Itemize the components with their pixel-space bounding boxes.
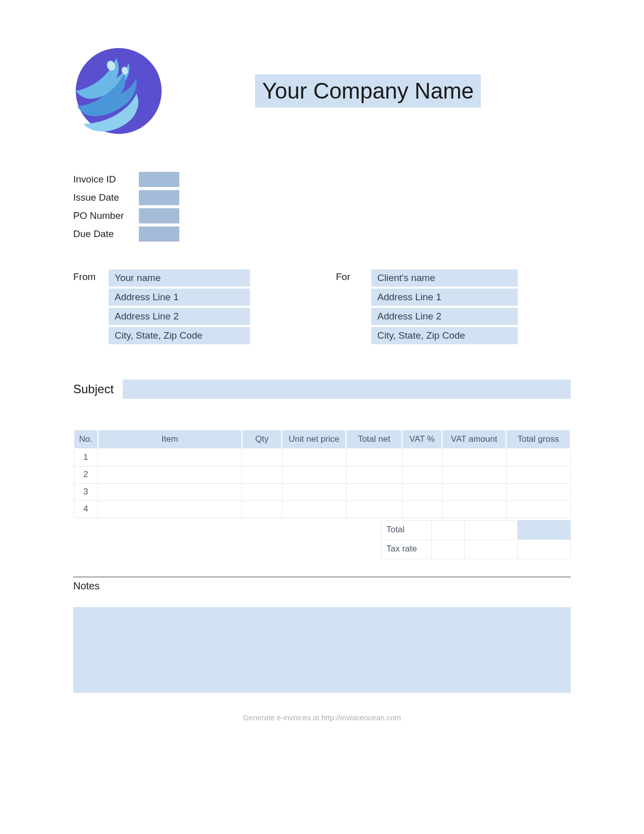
issue-date-label: Issue Date	[73, 190, 139, 205]
cell-qty[interactable]	[242, 483, 282, 500]
cell-total-gross[interactable]	[506, 449, 570, 466]
th-vat-pct: VAT %	[402, 430, 442, 449]
tax-rate-gross[interactable]	[518, 539, 571, 559]
due-date-value[interactable]	[139, 226, 179, 242]
notes-label: Notes	[73, 580, 571, 592]
cell-qty[interactable]	[242, 466, 282, 483]
from-address2[interactable]: Address Line 2	[109, 308, 250, 325]
tax-rate-label: Tax rate	[381, 539, 432, 559]
total-vat-pct[interactable]	[432, 520, 465, 539]
cell-vat-amount[interactable]	[442, 449, 506, 466]
th-total-net: Total net	[346, 430, 402, 449]
cell-total-net[interactable]	[346, 500, 402, 518]
cell-qty[interactable]	[242, 500, 282, 518]
from-name[interactable]: Your name	[109, 269, 250, 287]
subject-field[interactable]	[123, 380, 571, 399]
from-address1[interactable]: Address Line 1	[109, 289, 250, 306]
for-address1[interactable]: Address Line 1	[371, 289, 518, 306]
th-unit-net-price: Unit net price	[282, 430, 346, 449]
cell-no: 1	[74, 449, 98, 466]
table-row: 3	[74, 483, 570, 500]
po-number-label: PO Number	[73, 208, 139, 223]
cell-no: 2	[74, 466, 98, 483]
cell-no: 4	[74, 500, 98, 518]
cell-item[interactable]	[98, 483, 242, 500]
subject-label: Subject	[73, 382, 114, 396]
footer-text: Generate e-invoices at http://invoiceoce…	[73, 713, 571, 722]
total-vat-amount[interactable]	[465, 520, 518, 539]
cell-item[interactable]	[98, 466, 242, 483]
cell-total-net[interactable]	[346, 466, 402, 483]
cell-unit-net-price[interactable]	[282, 483, 346, 500]
cell-unit-net-price[interactable]	[282, 466, 346, 483]
line-items-table: No. Item Qty Unit net price Total net VA…	[73, 429, 571, 518]
th-qty: Qty	[242, 430, 282, 449]
cell-total-gross[interactable]	[506, 483, 570, 500]
total-gross[interactable]	[518, 520, 571, 539]
table-row: 2	[74, 466, 570, 483]
cell-total-net[interactable]	[346, 483, 402, 500]
from-party: From Your name Address Line 1 Address Li…	[73, 269, 250, 344]
cell-vat-pct[interactable]	[402, 449, 442, 466]
cell-item[interactable]	[98, 449, 242, 466]
invoice-meta: Invoice ID Issue Date PO Number Due Date	[73, 172, 571, 242]
tax-rate-vat-pct[interactable]	[432, 539, 465, 559]
cell-vat-pct[interactable]	[402, 466, 442, 483]
due-date-label: Due Date	[73, 226, 139, 242]
from-label: From	[73, 269, 102, 344]
for-address2[interactable]: Address Line 2	[371, 308, 518, 325]
cell-vat-pct[interactable]	[402, 500, 442, 518]
notes-field[interactable]	[73, 607, 571, 693]
divider	[73, 577, 571, 577]
for-label: For	[336, 269, 364, 344]
cell-vat-amount[interactable]	[442, 466, 506, 483]
th-vat-amount: VAT amount	[442, 430, 506, 449]
for-name[interactable]: Client's name	[371, 269, 518, 287]
from-city[interactable]: City, State, Zip Code	[109, 327, 250, 344]
po-number-value[interactable]	[139, 208, 179, 223]
cell-item[interactable]	[98, 500, 242, 518]
totals-table: Total Tax rate	[381, 520, 571, 559]
wave-logo-icon	[73, 45, 164, 136]
issue-date-value[interactable]	[139, 190, 179, 205]
cell-vat-amount[interactable]	[442, 500, 506, 518]
table-row: 4	[74, 500, 570, 518]
th-item: Item	[98, 430, 242, 449]
th-no: No.	[74, 430, 98, 449]
cell-unit-net-price[interactable]	[282, 500, 346, 518]
cell-total-gross[interactable]	[506, 500, 570, 518]
cell-vat-pct[interactable]	[402, 483, 442, 500]
invoice-id-value[interactable]	[139, 172, 179, 187]
table-row: 1	[74, 449, 570, 466]
th-total-gross: Total gross	[506, 430, 570, 449]
cell-no: 3	[74, 483, 98, 500]
cell-total-gross[interactable]	[506, 466, 570, 483]
for-party: For Client's name Address Line 1 Address…	[336, 269, 518, 344]
invoice-id-label: Invoice ID	[73, 172, 139, 187]
tax-rate-vat-amount[interactable]	[465, 539, 518, 559]
cell-total-net[interactable]	[346, 449, 402, 466]
cell-qty[interactable]	[242, 449, 282, 466]
cell-unit-net-price[interactable]	[282, 449, 346, 466]
company-name[interactable]: Your Company Name	[255, 74, 481, 108]
total-label: Total	[381, 520, 432, 539]
for-city[interactable]: City, State, Zip Code	[371, 327, 518, 344]
cell-vat-amount[interactable]	[442, 483, 506, 500]
